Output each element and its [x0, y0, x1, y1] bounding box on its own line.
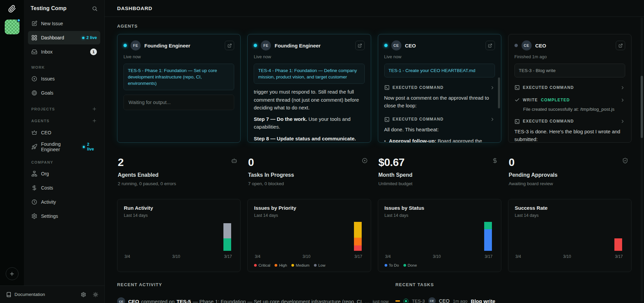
task-row[interactable]: TES-3 CE CEO 1m ago Blog write — [395, 293, 632, 303]
bar-chart-plot — [515, 219, 625, 251]
agent-card: FE Founding Engineer Live now TES-5 - Ph… — [117, 34, 241, 143]
sidebar-item-org[interactable]: Org — [28, 167, 100, 180]
sidebar-item-inbox[interactable]: Inbox 1 — [28, 45, 100, 59]
bar-segment — [614, 238, 622, 251]
sidebar-item-dashboard[interactable]: Dashboard 2 live — [28, 31, 100, 44]
stat-sub: Unlimited budget — [379, 181, 501, 186]
charts-row: Run Activity Last 14 days 3/43/103/17 Is… — [117, 199, 632, 272]
search-icon[interactable] — [92, 6, 98, 11]
chevron-right-icon — [620, 85, 625, 90]
sidebar: Testing Comp New Issue Dashboard 2 live … — [24, 0, 104, 285]
section-projects: PROJECTS — [31, 106, 97, 111]
executed-command-row[interactable]: EXECUTED COMMAND — [384, 113, 495, 126]
open-agent-button[interactable] — [616, 41, 625, 50]
sidebar-item-goals[interactable]: Goals — [28, 86, 100, 100]
stat-sub: Awaiting board review — [509, 181, 631, 186]
agent-name: CEO — [405, 43, 416, 48]
stat-sub: 7 open, 0 blocked — [248, 181, 370, 186]
chart-title: Success Rate — [515, 205, 625, 211]
agent-status-label: Live now — [123, 54, 234, 59]
sidebar-item-label: Settings — [41, 213, 58, 219]
workspace-rail — [0, 0, 24, 285]
inbox-count-badge: 1 — [90, 48, 97, 55]
x-axis-ticks: 3/43/103/17 — [385, 254, 495, 259]
sidebar-item-costs[interactable]: Costs — [28, 181, 100, 195]
agent-card: FE Founding Engineer Live now TES-4 - Ph… — [247, 34, 371, 143]
open-agent-button[interactable] — [486, 41, 495, 50]
legend-item: Done — [403, 263, 417, 267]
sidebar-item-label: Issues — [41, 76, 55, 81]
app-logo[interactable] — [8, 5, 16, 13]
add-agent-icon[interactable] — [92, 118, 97, 123]
agent-card: CE CEO Live now TES-1 - Create your CEO … — [378, 34, 501, 143]
documentation-link[interactable]: Documentation — [6, 292, 45, 297]
recent-tasks-title: RECENT TASKS — [395, 282, 632, 287]
chart-issues-by-priority: Issues by Priority Last 14 days 3/43/103… — [247, 199, 371, 272]
add-project-icon[interactable] — [92, 106, 97, 111]
completed-badge: COMPLETED — [541, 97, 570, 103]
agent-output-stream[interactable]: trigger you must respond to. Still read … — [254, 88, 364, 143]
open-agent-button[interactable] — [355, 41, 365, 50]
stat-label: Month Spend — [379, 172, 501, 178]
agents-section-title: AGENTS — [117, 24, 632, 29]
legend-dot-icon — [291, 264, 294, 267]
activity-row[interactable]: CE CEO commented on TES-5 — Phase 1: Fou… — [117, 293, 389, 303]
sidebar-item-activity[interactable]: Activity — [28, 195, 100, 209]
actor-name: CEO — [439, 298, 450, 303]
sidebar-item-issues[interactable]: Issues — [28, 72, 100, 86]
clock-icon — [31, 199, 37, 205]
terminal-icon — [384, 117, 390, 122]
sidebar-item-settings[interactable]: Settings — [28, 209, 100, 223]
executed-command-row[interactable]: EXECUTED COMMAND — [514, 115, 625, 128]
agent-output-stream[interactable]: EXECUTED COMMAND Now post a comment on t… — [384, 81, 495, 143]
page-scrollbar[interactable] — [641, 18, 643, 302]
sidebar-item-new-issue[interactable]: New Issue — [28, 17, 100, 30]
executed-command-row[interactable]: EXECUTED COMMAND — [514, 81, 625, 94]
agent-avatar: CE — [391, 40, 401, 50]
scrollbar-thumb[interactable] — [641, 76, 643, 138]
task-link[interactable]: TES-3 - Blog write — [514, 64, 625, 77]
sidebar-item-label: Dashboard — [41, 35, 64, 40]
recent-activity-title: RECENT ACTIVITY — [117, 282, 389, 287]
file-result-line: File created successfully at: /tmp/blog_… — [514, 106, 625, 113]
bot-icon — [231, 158, 237, 164]
compose-icon — [31, 21, 37, 27]
sidebar-item-founding-engineer[interactable]: Founding Engineer 2 live — [28, 140, 100, 154]
actor-name: CEO — [128, 299, 139, 303]
terminal-icon — [384, 85, 390, 90]
sidebar-item-label: New Issue — [41, 21, 63, 26]
agent-output-stream[interactable]: EXECUTED COMMAND WRITE COMPLETED File cr… — [514, 81, 625, 143]
legend-item: Critical — [254, 263, 270, 267]
live-dot-icon — [82, 37, 84, 39]
live-count-badge: 2 live — [83, 142, 97, 152]
terminal-icon — [514, 85, 520, 90]
theme-toggle-icon[interactable] — [93, 292, 98, 297]
task-link[interactable]: TES-4 - Phase 1: Foundation — Define com… — [254, 64, 364, 84]
open-agent-button[interactable] — [225, 41, 234, 50]
task-link[interactable]: TES-5 - Phase 1: Foundation — Set up cor… — [123, 64, 234, 90]
circle-dot-icon — [31, 76, 37, 82]
legend-item: Low — [314, 263, 325, 267]
activity-time: just now — [373, 299, 389, 303]
external-link-icon — [358, 43, 362, 48]
live-status-dot — [123, 44, 127, 47]
grid-icon — [31, 35, 37, 41]
write-completed-row[interactable]: WRITE COMPLETED — [514, 94, 625, 106]
workspace-avatar[interactable] — [5, 20, 20, 34]
footer-settings-icon[interactable] — [81, 292, 86, 297]
stat-agents-enabled: 2 Agents Enabled 2 running, 0 paused, 0 … — [117, 155, 241, 188]
agent-avatar: CE — [522, 40, 532, 50]
executed-command-row[interactable]: EXECUTED COMMAND — [384, 81, 495, 94]
card-scrollbar[interactable] — [498, 77, 500, 108]
stacked-bar — [354, 222, 362, 251]
paperclip-icon — [8, 5, 16, 13]
bar-segment — [354, 238, 362, 245]
dollar-icon — [31, 185, 37, 191]
sidebar-item-label: CEO — [41, 130, 51, 135]
issue-link[interactable]: TES-5 — [177, 299, 191, 303]
task-link[interactable]: TES-1 - Create your CEO HEARTBEAT.md — [384, 64, 495, 77]
plus-icon — [9, 271, 15, 277]
agent-card: CE CEO Finished 1m ago TES-3 - Blog writ… — [508, 34, 632, 143]
add-workspace-button[interactable] — [6, 267, 19, 280]
sidebar-item-ceo[interactable]: CEO — [28, 126, 100, 139]
